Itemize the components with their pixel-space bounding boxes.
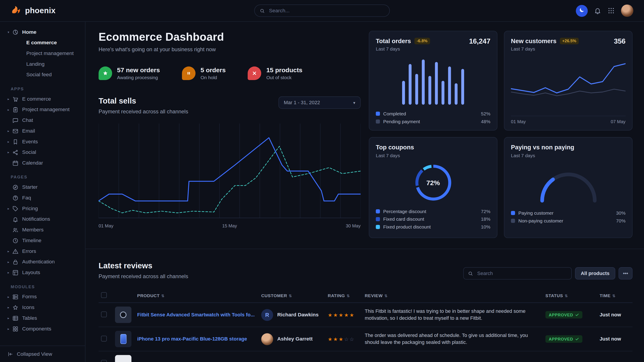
row-checkbox[interactable]	[101, 336, 107, 342]
sidebar-item-social-feed[interactable]: Social feed	[0, 69, 85, 80]
sidebar-item-timeline[interactable]: ▸Timeline	[0, 235, 85, 246]
sidebar-item-landing[interactable]: Landing	[0, 58, 85, 69]
trend-badge: -6.8%	[414, 37, 430, 44]
select-all-checkbox[interactable]	[101, 292, 107, 298]
paying-gauge-chart	[536, 165, 601, 206]
more-options-button[interactable]: •••	[618, 267, 632, 280]
sidebar-item-faq[interactable]: ▸Faq	[0, 193, 85, 203]
x-tick: 15 May	[222, 223, 237, 228]
check-icon	[575, 313, 579, 317]
total-sells-subtitle: Payment received across all channels	[99, 108, 188, 115]
app: phoenix ▾HomeE commerceProject managemen…	[0, 0, 644, 362]
reviews-controls: All products •••	[463, 267, 632, 280]
sidebar-item-e-commerce[interactable]: ▸E commerce	[0, 93, 85, 104]
card-period: Last 7 days	[511, 46, 579, 51]
caret-right-icon: ▸	[6, 306, 11, 310]
clipboard-icon	[12, 106, 18, 113]
star-fill-icon	[99, 66, 112, 80]
sort-icon: ⇅	[612, 294, 616, 298]
legend-swatch	[376, 209, 380, 213]
sidebar-item-notifications[interactable]: ▸Notifications	[0, 214, 85, 225]
sidebar-item-icons[interactable]: ▸Icons	[0, 302, 85, 313]
legend-value: 10%	[481, 225, 490, 229]
sidebar-item-members[interactable]: ▸Members	[0, 225, 85, 235]
column-product[interactable]: PRODUCT⇅	[112, 289, 259, 303]
bar	[448, 67, 451, 105]
caret-right-icon: ▸	[6, 108, 11, 112]
legend-label: Non-paying customer	[518, 218, 616, 223]
review-row: iPhone 13 pro max-Pacific Blue-128GB sto…	[99, 327, 632, 351]
total-sells-x-axis: 01 May 15 May 30 May	[99, 223, 361, 228]
row-checkbox[interactable]	[101, 360, 107, 362]
watch-image	[120, 312, 126, 318]
new-customers-chart	[511, 55, 626, 114]
legend-swatch	[511, 219, 515, 223]
product-link[interactable]: iPhone 13 pro max-Pacific Blue-128GB sto…	[137, 336, 247, 342]
stat-caption: Awating processing	[117, 75, 160, 80]
bar	[422, 59, 425, 105]
all-products-button[interactable]: All products	[575, 267, 615, 280]
reviews-search[interactable]	[463, 267, 572, 280]
legend-item-non-paying-customer: Non-paying customer70%	[511, 218, 626, 223]
review-time: Just now	[600, 336, 621, 342]
sidebar-item-layouts[interactable]: ▸Layouts	[0, 267, 85, 278]
bar	[408, 64, 412, 105]
caret-right-icon: ▸	[6, 316, 11, 320]
x-tick: 01 May	[99, 223, 114, 228]
notifications-button[interactable]	[594, 7, 601, 14]
legend-swatch	[376, 225, 380, 229]
reviews-search-input[interactable]	[476, 270, 567, 277]
sidebar: ▾HomeE commerceProject managementLanding…	[0, 22, 86, 362]
coupons-legend: Percentage discount72%Fixed card discoun…	[376, 209, 490, 229]
donut-center-value: 72%	[413, 162, 454, 203]
sidebar-item-errors[interactable]: ▸Errors	[0, 246, 85, 257]
help-icon	[12, 195, 18, 201]
x-tick: 01 May	[511, 119, 526, 124]
collapse-icon	[8, 351, 13, 357]
global-search-input[interactable]	[268, 7, 384, 14]
paying-card: Paying vs non paying Last 7 days Paying …	[504, 137, 632, 238]
top-coupons-card: Top coupons Last 7 days 72% Percentage d…	[369, 137, 498, 238]
column-rating[interactable]: RATING⇅	[325, 289, 362, 303]
main-content: Ecommerce Dashboard Here's what's going …	[86, 22, 644, 362]
sidebar-item-forms[interactable]: ▸Forms	[0, 291, 85, 302]
sidebar-item-calendar[interactable]: ▸Calendar	[0, 158, 85, 168]
product-link[interactable]: Fitbit Sense Advanced Smartwatch with To…	[137, 312, 255, 318]
apps-grid-button[interactable]	[608, 7, 615, 14]
date-range-select[interactable]: Mar 1 - 31, 2022 ▾	[278, 96, 360, 109]
dashboard-left-column: Ecommerce Dashboard Here's what's going …	[99, 31, 361, 238]
legend-value: 30%	[616, 211, 626, 216]
collapse-sidebar-button[interactable]: Collapsed View	[0, 346, 85, 362]
row-checkbox[interactable]	[101, 311, 107, 317]
global-search[interactable]	[254, 4, 390, 17]
customer-avatar	[261, 333, 273, 345]
sidebar-group-home[interactable]: ▾Home	[0, 27, 85, 37]
sidebar-item-starter[interactable]: ▸Starter	[0, 182, 85, 193]
sidebar-item-authentication[interactable]: ▸Authentication	[0, 257, 85, 267]
column-review[interactable]: REVIEW⇅	[362, 289, 543, 303]
compass-icon	[12, 184, 18, 190]
sidebar-item-components[interactable]: ▸Components	[0, 323, 85, 334]
sidebar-item-social[interactable]: ▸Social	[0, 147, 85, 158]
brand[interactable]: phoenix	[11, 5, 56, 16]
user-avatar[interactable]	[621, 4, 633, 17]
theme-toggle-button[interactable]	[576, 5, 588, 16]
column-customer[interactable]: CUSTOMER⇅	[259, 289, 325, 303]
legend-value: 18%	[481, 217, 490, 222]
sidebar-item-project-management[interactable]: Project management	[0, 48, 85, 59]
sidebar-item-pricing[interactable]: ▸Pricing	[0, 203, 85, 214]
sidebar-item-email[interactable]: ▸Email	[0, 126, 85, 136]
sidebar-item-events[interactable]: ▸Events	[0, 136, 85, 147]
column-time[interactable]: TIME⇅	[597, 289, 632, 303]
column-status[interactable]: STATUS⇅	[543, 289, 597, 303]
product-thumbnail	[115, 355, 131, 362]
sidebar-item-chat[interactable]: ▸Chat	[0, 115, 85, 126]
sidebar-item-project-management[interactable]: ▸Project management	[0, 104, 85, 115]
legend-item-completed: Completed52%	[376, 111, 490, 116]
sidebar-item-e-commerce[interactable]: E commerce	[0, 37, 85, 48]
moon-icon	[579, 7, 585, 14]
form-icon	[12, 294, 18, 300]
sidebar-item-tables[interactable]: ▸Tables	[0, 313, 85, 324]
sidebar-section-apps: APPS	[11, 86, 85, 91]
caret-down-icon: ▾	[6, 30, 11, 34]
